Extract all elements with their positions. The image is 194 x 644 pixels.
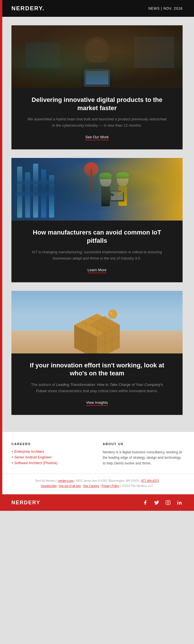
svg-point-19 [99,173,112,178]
svg-rect-13 [49,175,54,218]
card-3-text: The authors of Leading Transformation: H… [26,382,168,394]
social-icons [142,499,183,506]
svg-rect-5 [86,71,108,85]
svg-point-22 [117,174,128,186]
facebook-icon[interactable] [142,499,148,506]
legal-phone-link[interactable]: 877.664.6373 [142,479,159,482]
header: NERDERY. NEWS | NOV. 2018 [0,0,194,17]
card-1-cta[interactable]: See Our Work [85,135,109,140]
footer-about-text: Nerdery is a digital business consultanc… [103,450,183,466]
footer-careers-col: CAREERS + Enterprise Architect + Senior … [11,442,91,467]
footer-about-title: ABOUT US [103,442,183,446]
card-1: Delivering innovative digital products t… [11,25,183,149]
footer-link-2[interactable]: + Senior Android Engineer [11,455,91,459]
svg-rect-21 [101,186,110,206]
svg-point-2 [84,37,110,65]
card-2-cta[interactable]: Learn More [88,268,106,273]
main-content: Delivering innovative digital products t… [0,17,194,432]
page-wrapper: NERDERY. NEWS | NOV. 2018 [0,0,194,511]
legal-optout-link[interactable]: Opt out of all lists [59,484,81,487]
svg-rect-10 [25,172,30,218]
card-2-text: IoT is changing manufacturing; successfu… [26,249,168,262]
svg-rect-17 [90,169,92,192]
svg-rect-4 [84,69,110,87]
svg-rect-26 [110,191,124,201]
svg-rect-20 [99,177,112,179]
svg-rect-25 [118,186,127,206]
svg-rect-27 [111,192,123,200]
svg-line-29 [118,192,123,195]
svg-rect-8 [11,158,183,221]
legal-text: Sent by Nerdery | nerdery.com | 9555 Jam… [11,478,183,489]
legal-footer: Sent by Nerdery | nerdery.com | 9555 Jam… [0,474,194,494]
legal-privacy-link[interactable]: Privacy Policy [102,484,119,487]
footer-link-3[interactable]: + Software Architect (Phoenix) [11,461,91,465]
header-date: NEWS | NOV. 2018 [148,7,183,11]
instagram-icon[interactable] [165,499,171,506]
card-1-body: Delivering innovative digital products t… [11,88,183,149]
bottom-logo: NERDERY [11,500,40,506]
svg-rect-24 [116,176,129,179]
footer-section: CAREERS + Enterprise Architect + Senior … [0,432,194,474]
svg-rect-11 [33,164,38,218]
svg-point-50 [108,310,117,319]
legal-unsubscribe-link[interactable]: Unsubscribe [41,484,57,487]
svg-point-16 [84,162,98,176]
svg-rect-6 [26,42,60,68]
svg-rect-15 [17,192,54,196]
card-2-title: How manufacturers can avoid common IoT p… [26,229,168,245]
card-2-image [11,158,183,221]
header-logo: NERDERY. [11,5,45,12]
svg-rect-14 [17,181,54,184]
svg-line-28 [106,192,113,195]
svg-rect-54 [177,502,178,505]
card-2-body: How manufacturers can avoid common IoT p… [11,221,183,282]
svg-point-3 [86,40,108,63]
card-3-body: If your innovation effort isn't working,… [11,353,183,415]
svg-point-18 [100,174,111,187]
legal-nerdery-link[interactable]: nerdery.com [58,479,74,482]
card-3: If your innovation effort isn't working,… [11,291,183,415]
footer-link-1[interactable]: + Enterprise Architect [11,450,91,454]
svg-rect-7 [134,37,174,68]
card-3-cta[interactable]: View Insights [86,400,108,406]
card-3-image [11,291,183,353]
svg-rect-9 [17,166,22,218]
footer-about-col: ABOUT US Nerdery is a digital business c… [103,442,183,467]
svg-rect-12 [41,169,46,218]
red-accent-bar [0,0,2,511]
card-2: How manufacturers can avoid common IoT p… [11,158,183,282]
svg-point-55 [177,501,178,501]
linkedin-icon[interactable] [176,499,183,506]
card-1-text: We assembled a hybrid team that built an… [26,116,168,129]
svg-point-51 [110,312,113,314]
twitter-icon[interactable] [153,499,160,506]
svg-rect-52 [166,501,170,505]
card-3-title: If your innovation effort isn't working,… [26,361,168,378]
footer-careers-title: CAREERS [11,442,91,446]
svg-rect-1 [11,68,183,88]
svg-rect-0 [11,25,183,88]
card-1-title: Delivering innovative digital products t… [26,96,168,112]
card-1-image [11,25,183,88]
bottom-bar: NERDERY [0,494,194,511]
svg-point-23 [116,172,129,178]
legal-careers-link[interactable]: See Careers [83,484,99,487]
